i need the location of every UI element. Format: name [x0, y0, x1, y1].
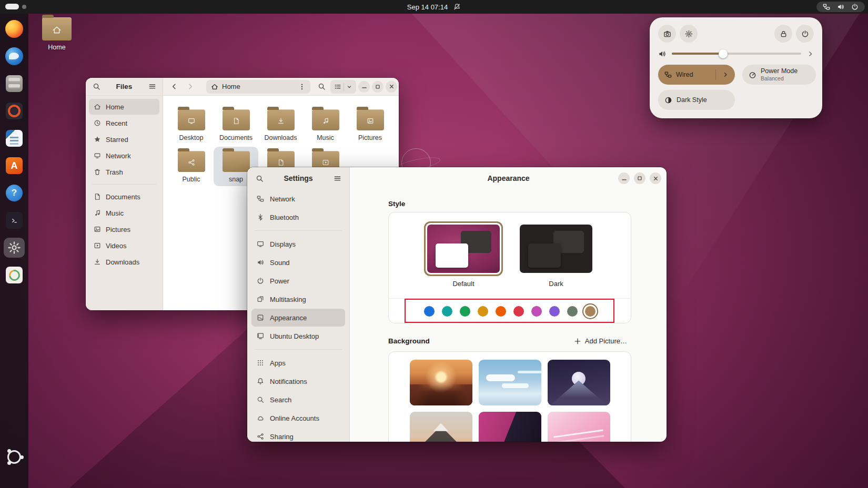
volume-slider[interactable] [672, 53, 801, 55]
wallpaper-desert-sunset[interactable] [410, 360, 472, 405]
accent-color-magenta[interactable] [531, 306, 542, 317]
minimize-button[interactable] [618, 172, 630, 184]
sidebar-item-network[interactable]: Network [89, 148, 159, 164]
image-emblem-icon [367, 117, 374, 125]
maximize-button[interactable] [372, 81, 383, 93]
accent-color-orange[interactable] [496, 306, 506, 317]
close-button[interactable] [386, 81, 397, 93]
folder-music[interactable]: Music [303, 105, 348, 145]
settings-item-notifications[interactable]: Notifications [251, 372, 345, 390]
app-center-icon [6, 157, 23, 174]
files-menu-button[interactable] [145, 80, 159, 94]
dock-help[interactable] [4, 183, 25, 203]
settings-item-sound[interactable]: Sound [251, 253, 345, 271]
accent-color-red[interactable] [513, 306, 524, 317]
dark-style-tile[interactable]: Dark Style [658, 90, 735, 110]
search-here-button[interactable] [315, 80, 328, 94]
style-option-dark[interactable]: Dark [517, 221, 596, 288]
settings-item-ubuntu-desktop[interactable]: Ubuntu Desktop [251, 327, 345, 345]
dock-terminal[interactable] [4, 210, 25, 230]
accent-color-yellow[interactable] [478, 306, 488, 317]
files-search-button[interactable] [89, 80, 103, 94]
style-option-default[interactable]: Default [424, 221, 503, 288]
network-icon [257, 195, 264, 202]
screenshot-button[interactable] [658, 25, 676, 43]
wallpaper-fuji-mountain[interactable] [410, 412, 472, 442]
dock-settings[interactable] [4, 238, 25, 258]
settings-menu-button[interactable] [330, 171, 344, 185]
workspace-indicator[interactable] [5, 4, 26, 9]
sidebar-item-starred[interactable]: Starred [89, 131, 159, 147]
ubuntu-logo[interactable] [5, 448, 23, 466]
settings-item-network[interactable]: Network [251, 190, 345, 208]
dock-software-updater[interactable] [4, 265, 25, 285]
settings-item-bluetooth[interactable]: Bluetooth [251, 208, 345, 226]
bell-icon [257, 378, 264, 385]
wallpaper-sky-clouds[interactable] [479, 360, 541, 405]
clock-menu[interactable]: Sep 14 07:14 [407, 0, 461, 14]
sidebar-item-trash[interactable]: Trash [89, 164, 159, 180]
folder-public[interactable]: Public [169, 147, 214, 186]
chevron-right-icon[interactable] [722, 72, 729, 78]
sidebar-item-documents[interactable]: Documents [89, 189, 159, 205]
folder-documents[interactable]: Documents [214, 105, 258, 145]
accent-color-blue[interactable] [424, 306, 435, 317]
accent-color-sage[interactable] [567, 306, 578, 317]
system-status-menu[interactable] [816, 2, 865, 12]
dock-thunderbird[interactable] [4, 46, 25, 66]
accent-color-bark-selected[interactable] [585, 306, 596, 317]
forward-button[interactable] [183, 80, 197, 94]
folder-desktop[interactable]: Desktop [169, 105, 214, 145]
power-mode-tile[interactable]: Power Mode Balanced [742, 65, 816, 85]
wired-tile[interactable]: Wired [658, 65, 735, 85]
desktop-home-folder[interactable]: Home [41, 17, 73, 51]
wallpaper-night-mountain[interactable] [548, 360, 610, 405]
minimize-button[interactable] [358, 81, 370, 93]
wallpaper-magenta-split[interactable] [479, 412, 541, 442]
settings-item-sharing[interactable]: Sharing [251, 428, 345, 442]
dock-files[interactable] [4, 74, 25, 94]
sidebar-item-recent[interactable]: Recent [89, 115, 159, 131]
folder-icon [357, 109, 384, 130]
path-bar[interactable]: Home [206, 80, 310, 94]
sidebar-item-downloads[interactable]: Downloads [89, 254, 159, 270]
more-options-icon[interactable] [298, 83, 306, 90]
chevron-right-icon[interactable] [807, 50, 814, 57]
accent-color-purple[interactable] [549, 306, 560, 317]
settings-item-multitasking[interactable]: Multitasking [251, 290, 345, 308]
files-headerbar: Files Home [86, 78, 399, 96]
lock-button[interactable] [774, 25, 792, 43]
settings-item-online-accounts[interactable]: Online Accounts [251, 409, 345, 427]
image-icon [94, 226, 101, 233]
add-picture-button[interactable]: Add Picture… [570, 335, 631, 347]
settings-item-displays[interactable]: Displays [251, 235, 345, 253]
dock-firefox[interactable] [4, 19, 25, 39]
settings-item-apps[interactable]: Apps [251, 354, 345, 372]
sidebar-item-home[interactable]: Home [89, 99, 159, 115]
volume-knob[interactable] [719, 49, 728, 58]
maximize-button[interactable] [634, 172, 645, 184]
settings-item-power[interactable]: Power [251, 272, 345, 290]
dock-app-center[interactable] [4, 156, 25, 176]
settings-item-label: Notifications [270, 378, 307, 385]
settings-item-appearance[interactable]: Appearance [251, 309, 345, 327]
view-toggle-button[interactable] [330, 80, 356, 94]
dock-rhythmbox[interactable] [4, 101, 25, 121]
wallpaper-pink-abstract[interactable] [548, 412, 610, 442]
settings-button[interactable] [680, 25, 698, 43]
back-button[interactable] [167, 80, 181, 94]
close-button[interactable] [650, 172, 661, 184]
folder-downloads[interactable]: Downloads [258, 105, 303, 145]
settings-search-button[interactable] [253, 171, 266, 185]
settings-item-search[interactable]: Search [251, 391, 345, 409]
sidebar-item-pictures[interactable]: Pictures [89, 221, 159, 237]
sidebar-item-videos[interactable]: Videos [89, 238, 159, 253]
accent-color-teal[interactable] [442, 306, 452, 317]
folder-pictures[interactable]: Pictures [348, 105, 392, 145]
power-button[interactable] [796, 25, 814, 43]
divider [344, 83, 344, 91]
accent-color-green[interactable] [460, 306, 470, 317]
sidebar-item-music[interactable]: Music [89, 205, 159, 221]
dock-libreoffice-writer[interactable] [4, 128, 25, 148]
settings-item-label: Displays [270, 240, 296, 248]
